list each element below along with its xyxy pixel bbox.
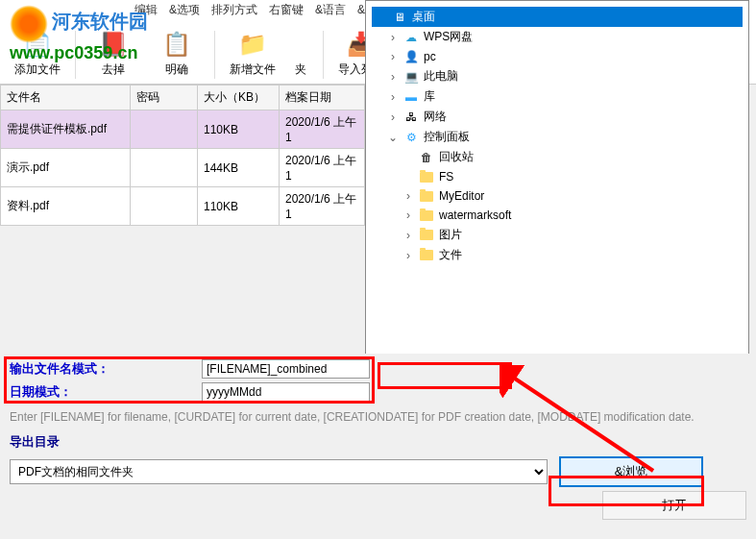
new-folder-icon: 📁	[237, 29, 268, 60]
tree-thispc[interactable]: ›💻此电脑	[372, 66, 743, 86]
export-dir-select[interactable]: PDF文档的相同文件夹	[10, 459, 548, 484]
menu-arrange[interactable]: 排列方式	[211, 2, 257, 21]
export-dir-label: 导出目录	[10, 433, 746, 451]
date-pattern-label: 日期模式：	[10, 383, 202, 401]
tree-desktop[interactable]: 🖥桌面	[372, 7, 743, 27]
tree-files[interactable]: ›文件	[372, 245, 743, 265]
col-password[interactable]: 密码	[131, 86, 198, 110]
tree-pictures[interactable]: ›图片	[372, 225, 743, 245]
file-table[interactable]: 文件名 密码 大小（KB） 档案日期 需提供证件模板.pdf 110KB2020…	[0, 85, 365, 226]
col-date[interactable]: 档案日期	[280, 86, 365, 110]
network-icon: 🖧	[402, 110, 420, 125]
menu-language[interactable]: &语言	[315, 2, 346, 21]
table-row[interactable]: 需提供证件模板.pdf 110KB2020/1/6 上午 1	[1, 110, 365, 149]
table-row[interactable]: 资料.pdf 110KB2020/1/6 上午 1	[1, 187, 365, 226]
date-pattern-input[interactable]	[202, 382, 370, 402]
new-folder-button[interactable]: 📁 新增文件	[223, 27, 282, 80]
browse-button[interactable]: &浏览	[559, 456, 703, 487]
watermark-url: www.pc0359.cn	[10, 43, 137, 62]
menu-rightclick[interactable]: 右窗键	[269, 2, 304, 21]
folder-icon	[418, 208, 435, 223]
tree-recycle[interactable]: 🗑回收站	[372, 147, 743, 167]
help-text: Enter [FILENAME] for filename, [CURDATE]…	[10, 409, 746, 426]
table-header-row: 文件名 密码 大小（KB） 档案日期	[1, 86, 365, 110]
logo-icon	[10, 5, 48, 43]
folder-icon	[418, 228, 435, 243]
tree-myeditor[interactable]: ›MyEditor	[372, 186, 743, 206]
tree-network[interactable]: ›🖧网络	[372, 107, 743, 127]
tree-fs[interactable]: FS	[372, 167, 743, 186]
tree-pc[interactable]: ›👤pc	[372, 47, 743, 66]
settings-panel: 输出文件名模式： 日期模式： Enter [FILENAME] for file…	[0, 354, 756, 526]
recycle-icon: 🗑	[418, 150, 435, 165]
folder-icon	[418, 248, 435, 263]
cloud-icon: ☁	[402, 30, 420, 45]
tree-wps[interactable]: ›☁WPS网盘	[372, 27, 743, 47]
menu-options[interactable]: &选项	[169, 2, 200, 21]
computer-icon: 💻	[402, 69, 420, 85]
user-icon: 👤	[402, 49, 420, 64]
filename-pattern-input[interactable]	[202, 359, 370, 379]
folder-icon	[285, 29, 316, 60]
folder-browser-dialog: 🖥桌面 ›☁WPS网盘 ›👤pc ›💻此电脑 ›▬库 ›🖧网络 ⌄⚙控制面板 🗑…	[365, 0, 749, 394]
library-icon: ▬	[402, 89, 420, 105]
tree-watermark[interactable]: ›watermarksoft	[372, 206, 743, 225]
clear-icon: 📋	[161, 29, 192, 60]
table-row[interactable]: 演示.pdf 144KB2020/1/6 上午 1	[1, 149, 365, 187]
desktop-icon: 🖥	[391, 10, 408, 25]
tree-cpanel[interactable]: ⌄⚙控制面板	[372, 127, 743, 147]
tree-lib[interactable]: ›▬库	[372, 86, 743, 107]
cpanel-icon: ⚙	[402, 130, 420, 145]
watermark-title: 河东软件园	[52, 11, 148, 32]
col-filename[interactable]: 文件名	[1, 86, 131, 110]
folder-tree[interactable]: 🖥桌面 ›☁WPS网盘 ›👤pc ›💻此电脑 ›▬库 ›🖧网络 ⌄⚙控制面板 🗑…	[372, 7, 743, 265]
folder-button[interactable]: 夹	[286, 27, 315, 80]
filename-pattern-label: 输出文件名模式：	[10, 360, 202, 378]
folder-icon	[418, 188, 435, 204]
open-button[interactable]: 打开	[602, 491, 746, 520]
folder-icon	[418, 169, 435, 184]
clear-button[interactable]: 📋 明确	[147, 27, 207, 80]
col-size[interactable]: 大小（KB）	[198, 86, 280, 110]
